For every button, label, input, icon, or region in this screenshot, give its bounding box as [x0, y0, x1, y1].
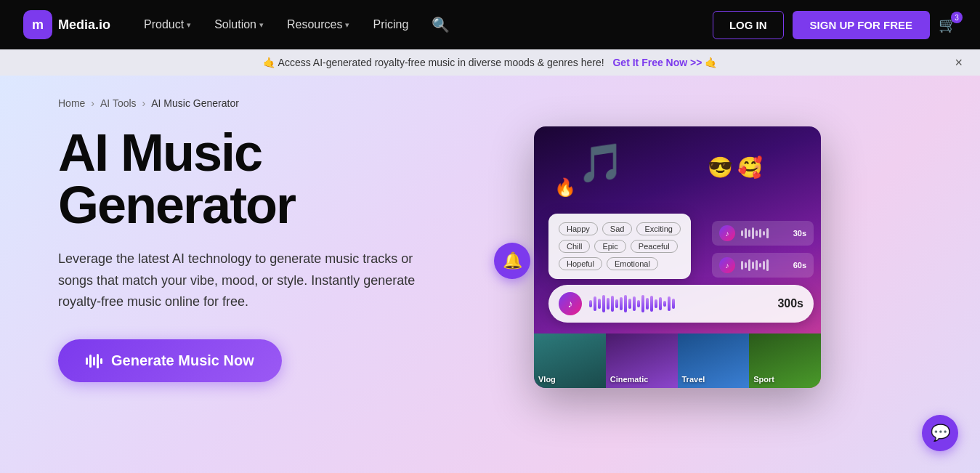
progress-item-30s: ♪ 30s — [712, 221, 814, 246]
breadcrumb-current: AI Music Generator — [151, 97, 239, 109]
hero-left: AI Music Generator Leverage the latest A… — [58, 126, 479, 382]
mood-tag-exciting[interactable]: Exciting — [636, 222, 681, 235]
banner-link[interactable]: Get It Free Now >> — [612, 57, 702, 68]
search-icon[interactable]: 🔍 — [421, 10, 460, 39]
close-banner-button[interactable]: × — [955, 55, 963, 70]
chevron-down-icon: ▾ — [259, 20, 264, 30]
thumb-travel-label: Travel — [682, 375, 705, 384]
mood-tag-peaceful[interactable]: Peaceful — [631, 240, 678, 253]
chevron-down-icon: ▾ — [187, 20, 191, 30]
breadcrumb-sep-1: › — [91, 97, 94, 109]
breadcrumb-sep-2: › — [142, 97, 146, 109]
banner-text: Access AI-generated royalty-free music i… — [278, 57, 604, 68]
navbar: m Media.io Product ▾ Solution ▾ Resource… — [0, 0, 980, 49]
main-progress-play-icon: ♪ — [559, 292, 582, 315]
main-progress-bar: ♪ — [548, 285, 814, 323]
thumb-travel[interactable]: Travel — [678, 333, 750, 388]
breadcrumb-home[interactable]: Home — [58, 97, 85, 109]
chat-support-button[interactable]: 💬 — [922, 415, 958, 451]
login-button[interactable]: LOG IN — [713, 11, 784, 39]
notification-bubble: 🔔 — [494, 243, 530, 279]
mood-row-2: Chill Epic Peaceful — [559, 240, 681, 253]
mini-waveform-1 — [741, 227, 787, 239]
main-progress-time: 300s — [777, 297, 803, 310]
progress-time-60s: 60s — [793, 261, 806, 270]
hero-right: 🔔 🎵 😎 🥰 🔥 Happy — [509, 126, 821, 432]
hero-title: AI Music Generator — [58, 126, 479, 231]
mood-tag-happy[interactable]: Happy — [559, 222, 598, 235]
cool-emoji: 😎 — [708, 155, 733, 179]
mood-tags-card: Happy Sad Exciting Chill Epic Peaceful H… — [548, 214, 691, 279]
waveform-icon — [86, 354, 102, 368]
mini-waveform-2 — [741, 259, 787, 271]
progress-items: ♪ 30s — [712, 221, 814, 278]
thumb-sport-label: Sport — [753, 375, 774, 384]
love-emoji: 🥰 — [737, 155, 763, 179]
music-card-background: 🎵 😎 🥰 🔥 Happy Sad Exciting — [534, 126, 821, 388]
progress-icon-1: ♪ — [719, 225, 735, 241]
mood-tag-hopeful[interactable]: Hopeful — [559, 257, 602, 270]
mood-tag-chill[interactable]: Chill — [559, 240, 590, 253]
logo[interactable]: m Media.io — [23, 10, 110, 39]
thumb-vlog[interactable]: Vlog — [534, 333, 606, 388]
breadcrumb: Home › AI Tools › AI Music Generator — [58, 97, 922, 109]
nav-item-solution[interactable]: Solution ▾ — [204, 12, 274, 37]
mood-tag-emotional[interactable]: Emotional — [607, 257, 658, 270]
thumb-vlog-label: Vlog — [538, 375, 556, 384]
mood-tag-sad[interactable]: Sad — [602, 222, 633, 235]
nav-item-product[interactable]: Product ▾ — [134, 12, 201, 37]
mood-row-1: Happy Sad Exciting — [559, 222, 681, 235]
generate-music-button[interactable]: Generate Music Now — [58, 339, 282, 382]
thumb-cinematic-label: Cinematic — [610, 375, 649, 384]
banner-emoji-left: 🤙 — [263, 57, 275, 68]
progress-item-60s: ♪ 60s — [712, 253, 814, 278]
thumb-cinematic[interactable]: Cinematic — [606, 333, 678, 388]
hero-section: Home › AI Tools › AI Music Generator AI … — [0, 76, 980, 473]
fire-emoji: 🔥 — [554, 177, 576, 198]
logo-icon: m — [23, 10, 52, 39]
nav-item-resources[interactable]: Resources ▾ — [277, 12, 360, 37]
progress-time-30s: 30s — [793, 229, 806, 238]
generate-music-label: Generate Music Now — [111, 352, 254, 369]
floating-emojis: 😎 🥰 — [708, 155, 763, 179]
music-note-icon: 🎵 — [578, 141, 625, 185]
banner-emoji-right: 🤙 — [705, 57, 717, 68]
nav-item-pricing[interactable]: Pricing — [363, 12, 418, 37]
main-waveform — [589, 294, 770, 314]
thumb-sport[interactable]: Sport — [749, 333, 821, 388]
cart-badge: 3 — [951, 12, 963, 23]
music-card: 🎵 😎 🥰 🔥 Happy Sad Exciting — [534, 126, 821, 388]
mood-row-3: Hopeful Emotional — [559, 257, 681, 270]
signup-button[interactable]: SIGN UP FOR FREE — [793, 11, 930, 39]
chevron-down-icon: ▾ — [345, 20, 349, 30]
genre-thumbnails: Vlog Cinematic Travel Sport — [534, 333, 821, 388]
nav-links: Product ▾ Solution ▾ Resources ▾ Pricing… — [134, 10, 713, 39]
progress-icon-2: ♪ — [719, 257, 735, 273]
hero-content: AI Music Generator Leverage the latest A… — [58, 126, 922, 432]
cart-icon[interactable]: 🛒 3 — [939, 16, 957, 33]
hero-description: Leverage the latest AI technology to gen… — [58, 248, 436, 313]
announcement-bar: 🤙 Access AI-generated royalty-free music… — [0, 49, 980, 76]
mood-tag-epic[interactable]: Epic — [594, 240, 625, 253]
logo-text: Media.io — [58, 17, 110, 33]
breadcrumb-ai-tools[interactable]: AI Tools — [100, 97, 137, 109]
nav-actions: LOG IN SIGN UP FOR FREE 🛒 3 — [713, 11, 957, 39]
